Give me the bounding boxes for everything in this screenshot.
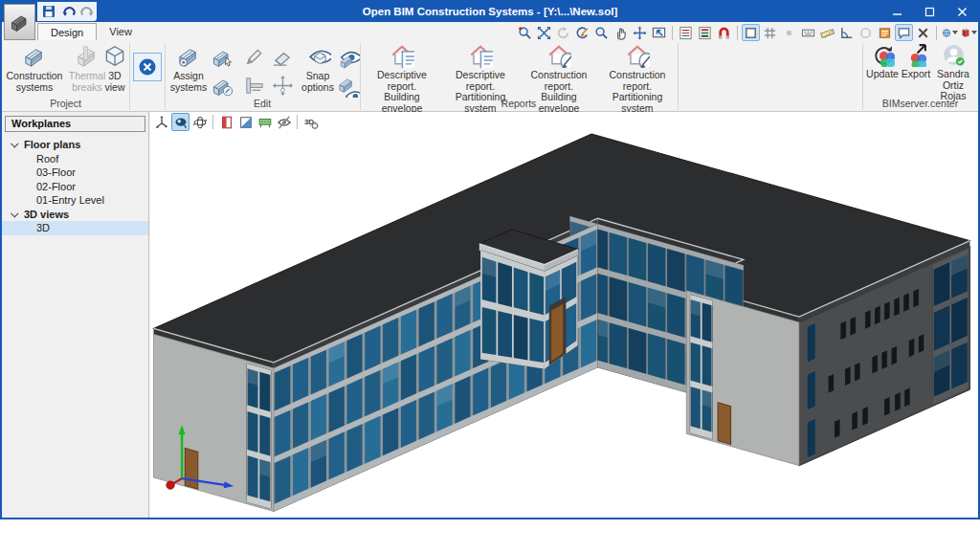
close-button[interactable] bbox=[946, 2, 978, 22]
user-account-button[interactable]: SandraOrtiz Rojas bbox=[932, 43, 974, 102]
update-button[interactable]: Update bbox=[865, 43, 900, 80]
move-element-button[interactable] bbox=[270, 73, 296, 99]
selection-window-button[interactable] bbox=[742, 24, 760, 41]
export-layers-button[interactable] bbox=[696, 24, 714, 41]
refresh-button[interactable] bbox=[554, 24, 572, 41]
title-bar: Open BIM Construction Systems - [Y:\...\… bbox=[2, 2, 978, 22]
show-systems-button[interactable] bbox=[335, 44, 361, 70]
maximize-icon bbox=[925, 9, 933, 16]
language-button[interactable] bbox=[941, 24, 959, 41]
group-label-project: Project bbox=[2, 98, 129, 109]
pan-button[interactable] bbox=[612, 24, 630, 41]
assign-systems-button[interactable]: Assignsystems bbox=[168, 43, 209, 93]
circle-reference-button[interactable] bbox=[857, 24, 875, 41]
toolbar-separator bbox=[297, 115, 298, 129]
comments-icon bbox=[897, 26, 911, 40]
minimize-button[interactable] bbox=[880, 2, 913, 22]
report-house-doc-icon bbox=[468, 43, 493, 68]
app-menu-button[interactable] bbox=[4, 4, 35, 40]
construction-systems-button[interactable]: Constructionsystems bbox=[4, 43, 65, 93]
group-label-reports: Reports bbox=[360, 98, 678, 109]
help-icon bbox=[961, 26, 970, 40]
eye-walls-icon bbox=[337, 46, 360, 69]
import-template-button[interactable] bbox=[677, 24, 695, 41]
redo-button[interactable] bbox=[78, 4, 96, 20]
chevron-down-icon bbox=[11, 140, 18, 147]
save-button[interactable] bbox=[40, 4, 57, 20]
close-panel-button[interactable] bbox=[133, 53, 162, 81]
redraw-button[interactable] bbox=[573, 24, 591, 41]
tree-item-02-floor[interactable]: 02-Floor bbox=[2, 180, 148, 194]
language-icon bbox=[942, 26, 951, 40]
tree-item-01-entry-level[interactable]: 01-Entry Level bbox=[2, 193, 148, 208]
tab-design[interactable]: Design bbox=[37, 23, 97, 40]
maximize-button[interactable] bbox=[913, 2, 946, 22]
workplane-button[interactable] bbox=[256, 113, 274, 131]
tree-item-roof[interactable]: Roof bbox=[2, 152, 148, 166]
front-section-button[interactable] bbox=[217, 113, 235, 131]
angle-button[interactable] bbox=[837, 24, 856, 41]
hide-elements-button[interactable] bbox=[275, 113, 293, 131]
tree-group-floor-plans[interactable]: Floor plans bbox=[2, 138, 148, 152]
report-house-pen-icon bbox=[546, 43, 571, 68]
snap-point-button[interactable] bbox=[780, 24, 798, 41]
button-label: breaks bbox=[72, 81, 102, 93]
zoom-window-button[interactable] bbox=[592, 24, 611, 41]
toolbar-separator bbox=[737, 26, 738, 40]
move-view-button[interactable] bbox=[631, 24, 649, 41]
axes-button[interactable] bbox=[152, 113, 170, 131]
tree-label: 01-Entry Level bbox=[36, 193, 104, 208]
3d-view-button[interactable]: 3Dview bbox=[101, 43, 128, 93]
zoom-model-icon bbox=[518, 26, 532, 40]
3d-model-canvas[interactable] bbox=[150, 132, 978, 518]
button-label: Descriptive report. bbox=[377, 69, 427, 92]
app-logo-icon bbox=[9, 11, 32, 33]
zoom-model-button[interactable] bbox=[516, 24, 534, 41]
rotate-button[interactable] bbox=[190, 113, 209, 131]
button-label: Construction report. bbox=[531, 69, 588, 92]
previous-zoom-button[interactable] bbox=[650, 24, 668, 41]
walls-edit-icon bbox=[211, 75, 234, 98]
window-title: Open BIM Construction Systems - [Y:\...\… bbox=[2, 2, 978, 22]
help-button[interactable] bbox=[960, 24, 978, 41]
application-window: Open BIM Construction Systems - [Y:\...\… bbox=[0, 0, 980, 519]
walls-pointer-icon bbox=[211, 46, 234, 69]
snap-options-button[interactable]: Snapoptions bbox=[299, 43, 337, 93]
comments-button[interactable] bbox=[895, 24, 913, 41]
keyboard-entry-button[interactable] bbox=[799, 24, 817, 41]
rotate-icon bbox=[192, 115, 208, 130]
copy-assignment-button[interactable] bbox=[209, 44, 234, 70]
export-button[interactable]: Export bbox=[900, 43, 932, 80]
layers-button[interactable] bbox=[876, 24, 894, 41]
object-snap-button[interactable] bbox=[715, 24, 733, 41]
render-3d-button[interactable]: 3D bbox=[301, 113, 320, 131]
tree-item-03-floor[interactable]: 03-Floor bbox=[2, 166, 148, 180]
wall-join-button[interactable] bbox=[241, 73, 267, 99]
tab-view[interactable]: View bbox=[97, 23, 145, 40]
tree-item-3d[interactable]: 3D bbox=[2, 221, 148, 235]
group-separator bbox=[129, 43, 130, 110]
dropdown-caret-icon bbox=[952, 31, 958, 34]
dimensions-button[interactable] bbox=[818, 24, 836, 41]
show-elements-button[interactable] bbox=[335, 73, 361, 99]
tree-group-3d-views[interactable]: 3D views bbox=[2, 208, 148, 222]
zoom-extents-button[interactable] bbox=[535, 24, 553, 41]
edit-button[interactable] bbox=[241, 44, 267, 70]
undo-button[interactable] bbox=[59, 4, 77, 20]
chevron-down-icon bbox=[11, 210, 18, 217]
button-label: Assign bbox=[173, 70, 204, 81]
workplanes-header: Workplanes bbox=[5, 116, 145, 132]
button-label: Construction report. bbox=[610, 69, 666, 92]
dimensions-icon bbox=[820, 26, 835, 40]
delete-button[interactable] bbox=[270, 44, 296, 70]
section-plane-button[interactable] bbox=[236, 113, 255, 131]
delete-reference-button[interactable] bbox=[914, 24, 932, 41]
orbit-view-button[interactable] bbox=[171, 113, 189, 131]
edit-assignment-button[interactable] bbox=[209, 73, 234, 99]
grid-button[interactable] bbox=[761, 24, 779, 41]
construction-systems-icon bbox=[22, 43, 48, 69]
3d-view-icon bbox=[102, 43, 127, 69]
front-section-icon bbox=[219, 115, 234, 130]
undo-icon bbox=[61, 5, 76, 18]
pan-icon bbox=[613, 26, 628, 40]
